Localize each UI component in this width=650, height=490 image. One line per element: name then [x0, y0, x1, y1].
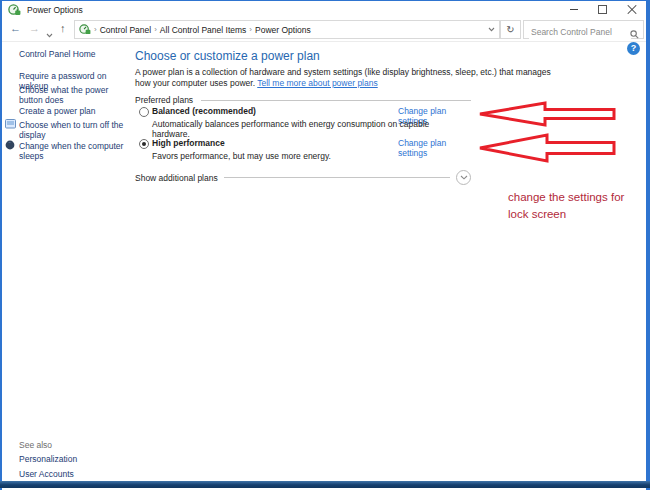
plan-name[interactable]: Balanced (recommended) — [152, 106, 256, 116]
plan-name[interactable]: High performance — [152, 138, 225, 148]
intro-paragraph: A power plan is a collection of hardware… — [135, 67, 553, 89]
tell-me-more-link[interactable]: Tell me more about power plans — [257, 78, 377, 88]
sidebar-item-control-panel-home[interactable]: Control Panel Home — [19, 49, 131, 59]
annotation-arrow-high-performance — [477, 132, 617, 168]
radio-plan-0[interactable] — [139, 107, 149, 117]
maximize-icon — [598, 5, 607, 14]
power-options-icon — [8, 4, 21, 16]
breadcrumb-separator: › — [151, 25, 160, 34]
chevron-down-icon[interactable] — [456, 170, 471, 185]
breadcrumb-item-power-options[interactable]: Power Options — [255, 25, 311, 35]
plan-description: Automatically balances performance with … — [152, 119, 462, 139]
back-button[interactable]: ← — [10, 21, 21, 36]
page-title: Choose or customize a power plan — [135, 49, 320, 63]
breadcrumb-item-all-items[interactable]: All Control Panel Items — [160, 25, 246, 35]
breadcrumb-separator: › — [246, 25, 255, 34]
show-additional-plans-expander[interactable]: Show additional plans — [135, 170, 471, 185]
sidebar-item-turn-off-display[interactable]: Choose when to turn off the display — [19, 120, 131, 140]
search-input[interactable] — [529, 24, 631, 41]
help-button[interactable]: ? — [627, 42, 640, 55]
window-bottom-edge — [0, 481, 650, 488]
sleep-icon — [5, 140, 15, 150]
search-icon[interactable] — [630, 25, 639, 43]
display-icon — [5, 119, 16, 129]
window-title: Power Options — [27, 5, 83, 15]
annotation-note: change the settings for lock screen — [508, 189, 638, 222]
address-dropdown-icon[interactable] — [488, 27, 495, 32]
breadcrumb-item-control-panel[interactable]: Control Panel — [100, 25, 152, 35]
annotation-arrow-balanced — [477, 101, 617, 131]
plan-row-balanced: Balanced (recommended) Change plan setti… — [135, 106, 471, 132]
sidebar-item-computer-sleeps[interactable]: Change when the computer sleeps — [19, 141, 131, 161]
power-options-icon — [79, 24, 91, 35]
see-also-label: See also — [19, 440, 131, 450]
show-additional-plans-label: Show additional plans — [135, 173, 218, 183]
close-button[interactable] — [617, 1, 646, 18]
plan-description: Favors performance, but may use more ene… — [152, 151, 462, 161]
forward-button: → — [29, 21, 40, 36]
window-controls — [559, 1, 646, 18]
history-dropdown-icon[interactable] — [46, 27, 53, 42]
refresh-button[interactable]: ↻ — [500, 20, 521, 39]
close-icon — [627, 5, 637, 15]
sidebar-item-create-plan[interactable]: Create a power plan — [19, 106, 131, 116]
sidebar-link-user-accounts[interactable]: User Accounts — [19, 469, 131, 479]
minimize-icon — [570, 9, 578, 10]
divider-line — [224, 177, 450, 178]
sidebar-item-power-button[interactable]: Choose what the power button does — [19, 85, 131, 105]
radio-plan-1[interactable] — [139, 139, 149, 149]
divider-line — [201, 100, 471, 101]
titlebar: Power Options — [2, 1, 646, 18]
up-button[interactable]: ↑ — [60, 21, 66, 36]
plan-row-high-performance: High performance Change plan settings Fa… — [135, 138, 471, 164]
navigation-bar: ← → ↑ › Control Panel › All Control Pane… — [2, 18, 646, 42]
breadcrumb-separator: › — [91, 25, 100, 34]
minimize-button[interactable] — [559, 1, 588, 18]
search-box — [523, 20, 644, 39]
preferred-plans-section: Preferred plans — [135, 95, 471, 105]
breadcrumb[interactable]: › Control Panel › All Control Panel Item… — [74, 20, 500, 39]
maximize-button[interactable] — [588, 1, 617, 18]
preferred-plans-label: Preferred plans — [135, 95, 193, 105]
sidebar-link-personalization[interactable]: Personalization — [19, 454, 131, 464]
